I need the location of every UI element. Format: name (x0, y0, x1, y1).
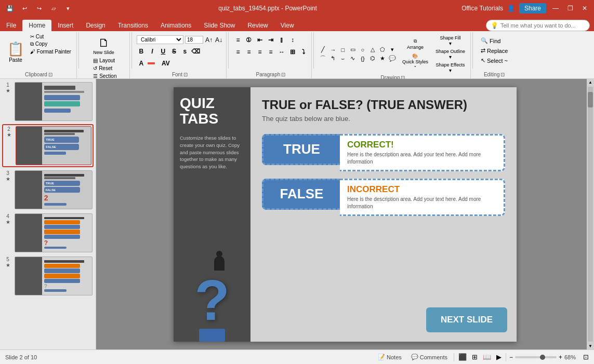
zoom-slider[interactable] (515, 356, 557, 358)
shape-ellipse[interactable]: ○ (358, 46, 367, 54)
share-button[interactable]: Share (519, 3, 546, 14)
layout-button[interactable]: ▤ Layout (91, 57, 118, 64)
tab-file[interactable]: File (0, 20, 22, 31)
vertical-scrollbar[interactable]: ▲ ▼ (587, 79, 594, 349)
clear-format-button[interactable]: ⌫ (191, 47, 201, 56)
font-name-select[interactable]: Calibri (137, 35, 183, 44)
quick-styles-button[interactable]: 🎨 Quick Styles " (400, 52, 430, 71)
align-right-button[interactable]: ≡ (255, 47, 265, 57)
restore-button[interactable]: ❐ (565, 3, 575, 14)
line-spacing-button[interactable]: ↕ (288, 35, 297, 45)
restore-qat-button[interactable]: ▱ (48, 3, 59, 14)
office-tutorials-link[interactable]: Office Tutorials (461, 5, 503, 12)
tell-me-input[interactable] (500, 22, 584, 29)
justify-button[interactable]: ≡ (266, 47, 275, 57)
underline-button[interactable]: U (159, 47, 168, 56)
char-spacing-button[interactable]: AV (161, 59, 170, 68)
arrange-button[interactable]: ⧉ Arrange (400, 37, 430, 51)
shape-bent-arrow[interactable]: ↰ (328, 55, 338, 63)
clipboard-expand-icon[interactable]: ⊡ (48, 72, 52, 77)
tell-me-box[interactable]: 💡 (486, 20, 590, 31)
zoom-out-button[interactable]: − (509, 354, 513, 361)
shape-bend[interactable]: ⌒ (319, 55, 328, 63)
italic-button[interactable]: I (148, 47, 157, 56)
tab-transitions[interactable]: Transitions (112, 20, 154, 31)
numbering-button[interactable]: ① (244, 35, 254, 45)
font-expand-icon[interactable]: ⊡ (183, 72, 188, 77)
tab-slide-show[interactable]: Slide Show (197, 20, 241, 31)
font-color-button[interactable]: A (137, 59, 146, 68)
shape-rect[interactable]: □ (338, 46, 348, 54)
format-painter-button[interactable]: 🖌 Format Painter (28, 48, 73, 55)
scroll-up-button[interactable]: ▲ (587, 79, 593, 86)
save-qat-button[interactable]: 💾 (4, 3, 16, 14)
shape-more[interactable]: ▾ (388, 46, 397, 54)
slide-thumb-1[interactable]: 1 ★ (2, 81, 94, 122)
next-slide-button[interactable]: NEXT SLIDE (426, 307, 507, 332)
cut-button[interactable]: ✂ Cut (28, 33, 73, 40)
convert-button[interactable]: ⤵ (299, 47, 308, 57)
paste-button[interactable]: 📋 Paste (4, 33, 27, 71)
increase-indent-button[interactable]: ⇥ (266, 35, 275, 45)
paragraph-expand-icon[interactable]: ⊡ (281, 72, 285, 77)
smartart-button[interactable]: ⊞ (288, 47, 297, 57)
scroll-thumb[interactable] (588, 92, 593, 107)
shape-star[interactable]: ★ (378, 55, 387, 63)
slide-view-reading-button[interactable]: 📖 (482, 352, 492, 362)
tab-home[interactable]: Home (22, 20, 51, 31)
font-size-input[interactable] (185, 36, 203, 44)
shape-triangle[interactable]: △ (368, 46, 377, 54)
slide-thumb-5[interactable]: 5 ★ ? (2, 255, 94, 296)
shape-arrow[interactable]: → (328, 46, 338, 54)
copy-button[interactable]: ⧉ Copy (28, 41, 73, 48)
align-left-button[interactable]: ≡ (233, 47, 243, 57)
find-button[interactable]: 🔍 Find (478, 36, 511, 45)
slide-show-button[interactable]: ▶ (495, 352, 503, 362)
tab-insert[interactable]: Insert (51, 20, 80, 31)
slide-view-sort-button[interactable]: ⊞ (471, 352, 479, 362)
text-direction-button[interactable]: ↔ (277, 47, 286, 57)
tab-view[interactable]: View (274, 20, 300, 31)
tab-animations[interactable]: Animations (154, 20, 197, 31)
shape-pentagon[interactable]: ⬠ (378, 46, 387, 54)
shape-effects-button[interactable]: Shape Effects ▾ (433, 61, 467, 74)
notes-button[interactable]: 📝 Notes (375, 353, 405, 361)
slide-thumb-4[interactable]: 4 ★ ? (2, 212, 94, 253)
close-button[interactable]: ✕ (579, 3, 590, 14)
more-qat-button[interactable]: ▾ (62, 3, 74, 14)
tab-design[interactable]: Design (80, 20, 111, 31)
increase-font-button[interactable]: A↑ (205, 36, 213, 44)
shape-brace[interactable]: ⌬ (368, 55, 377, 63)
decrease-font-button[interactable]: A↓ (215, 36, 223, 44)
fit-slide-button[interactable]: ⊡ (583, 353, 589, 361)
scroll-down-button[interactable]: ▼ (587, 343, 593, 349)
shape-wave[interactable]: ∿ (348, 55, 358, 63)
editing-expand-icon[interactable]: ⊡ (500, 72, 505, 77)
shape-line[interactable]: ╱ (319, 46, 328, 54)
tab-review[interactable]: Review (241, 20, 274, 31)
shape-callout[interactable]: 💬 (388, 55, 397, 63)
select-button[interactable]: ↖ Select ~ (478, 56, 511, 65)
replace-button[interactable]: ⇄ Replace (478, 46, 511, 55)
shape-outline-button[interactable]: Shape Outline ▾ (433, 48, 467, 60)
decrease-indent-button[interactable]: ⇤ (255, 35, 265, 45)
new-slide-button[interactable]: 🗋 New Slide (91, 35, 116, 56)
undo-qat-button[interactable]: ↩ (19, 3, 30, 14)
slide-view-normal-button[interactable]: ⬛ (457, 352, 468, 362)
columns-button[interactable]: ⫿ (277, 35, 286, 45)
strikethrough-button[interactable]: S (169, 47, 179, 56)
comments-button[interactable]: 💬 Comments (408, 353, 451, 361)
shape-fill-button[interactable]: Shape Fill ▾ (433, 34, 467, 47)
redo-qat-button[interactable]: ↪ (33, 3, 45, 14)
reset-button[interactable]: ↺ Reset (91, 65, 118, 72)
shape-bracket[interactable]: {} (358, 55, 367, 63)
bullets-button[interactable]: ≡ (233, 35, 243, 45)
slide-thumb-3[interactable]: 3 ★ TRUE FALSE 2 (2, 169, 94, 210)
true-button[interactable]: TRUE (262, 134, 340, 165)
minimize-button[interactable]: — (550, 3, 561, 14)
zoom-in-button[interactable]: + (559, 354, 562, 361)
shape-curve[interactable]: ⌣ (338, 55, 348, 63)
slide-thumb-2[interactable]: 2 ★ TRUE FALSE (2, 124, 94, 167)
bold-button[interactable]: B (137, 47, 146, 56)
shadow-button[interactable]: s (180, 47, 190, 56)
